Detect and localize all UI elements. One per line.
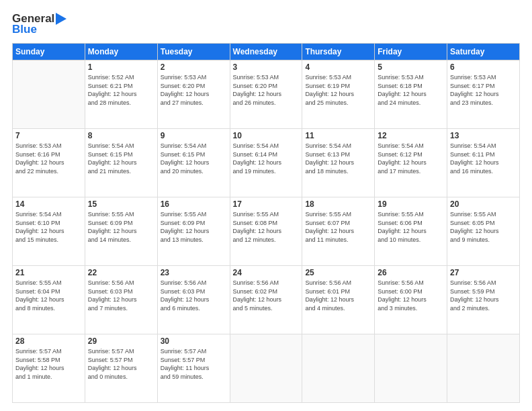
day-number: 11 xyxy=(305,131,371,140)
day-number: 10 xyxy=(233,131,300,140)
day-number: 27 xyxy=(450,268,517,277)
weekday-header-saturday: Saturday xyxy=(447,44,520,60)
day-number: 7 xyxy=(15,131,82,140)
day-number: 19 xyxy=(378,199,444,209)
weekday-header-thursday: Thursday xyxy=(302,44,375,60)
logo-blue-text: Blue xyxy=(12,23,37,36)
logo-flag-icon xyxy=(54,13,68,25)
calendar-cell: 30Sunrise: 5:57 AM Sunset: 5:57 PM Dayli… xyxy=(157,334,230,403)
calendar-cell: 10Sunrise: 5:54 AM Sunset: 6:14 PM Dayli… xyxy=(230,129,302,197)
calendar-cell xyxy=(375,334,447,403)
weekday-header-friday: Friday xyxy=(375,44,447,60)
calendar-cell: 2Sunrise: 5:53 AM Sunset: 6:20 PM Daylig… xyxy=(157,60,230,129)
day-info: Sunrise: 5:56 AM Sunset: 6:03 PM Dayligh… xyxy=(161,279,227,312)
day-number: 20 xyxy=(450,199,517,209)
day-info: Sunrise: 5:53 AM Sunset: 6:16 PM Dayligh… xyxy=(15,142,82,175)
calendar-cell: 27Sunrise: 5:56 AM Sunset: 5:59 PM Dayli… xyxy=(447,266,520,334)
day-info: Sunrise: 5:56 AM Sunset: 6:03 PM Dayligh… xyxy=(88,279,154,312)
calendar-cell: 13Sunrise: 5:54 AM Sunset: 6:11 PM Dayli… xyxy=(447,129,520,197)
day-info: Sunrise: 5:56 AM Sunset: 5:59 PM Dayligh… xyxy=(450,279,517,312)
calendar-cell xyxy=(302,334,375,403)
calendar-week-1: 7Sunrise: 5:53 AM Sunset: 6:16 PM Daylig… xyxy=(13,129,520,197)
calendar-cell: 15Sunrise: 5:55 AM Sunset: 6:09 PM Dayli… xyxy=(85,197,157,266)
day-number: 18 xyxy=(305,199,371,209)
weekday-header-monday: Monday xyxy=(85,44,157,60)
weekday-header-sunday: Sunday xyxy=(13,44,85,60)
day-info: Sunrise: 5:55 AM Sunset: 6:06 PM Dayligh… xyxy=(378,210,444,244)
day-info: Sunrise: 5:54 AM Sunset: 6:11 PM Dayligh… xyxy=(450,142,517,175)
day-number: 26 xyxy=(378,268,444,277)
calendar-cell: 4Sunrise: 5:53 AM Sunset: 6:19 PM Daylig… xyxy=(302,60,375,129)
day-number: 17 xyxy=(233,199,300,209)
day-number: 1 xyxy=(88,62,154,72)
day-number: 4 xyxy=(305,62,371,72)
calendar-cell: 16Sunrise: 5:55 AM Sunset: 6:09 PM Dayli… xyxy=(157,197,230,266)
calendar-table: SundayMondayTuesdayWednesdayThursdayFrid… xyxy=(12,43,520,403)
day-info: Sunrise: 5:54 AM Sunset: 6:15 PM Dayligh… xyxy=(161,142,227,175)
day-info: Sunrise: 5:54 AM Sunset: 6:14 PM Dayligh… xyxy=(233,142,300,175)
day-info: Sunrise: 5:56 AM Sunset: 6:02 PM Dayligh… xyxy=(233,279,300,312)
day-info: Sunrise: 5:54 AM Sunset: 6:13 PM Dayligh… xyxy=(305,142,371,175)
header: General Blue xyxy=(12,12,520,36)
day-info: Sunrise: 5:55 AM Sunset: 6:08 PM Dayligh… xyxy=(233,210,300,244)
calendar-cell: 12Sunrise: 5:54 AM Sunset: 6:12 PM Dayli… xyxy=(375,129,447,197)
calendar-cell: 5Sunrise: 5:53 AM Sunset: 6:18 PM Daylig… xyxy=(375,60,447,129)
calendar-cell xyxy=(447,334,520,403)
calendar-cell: 11Sunrise: 5:54 AM Sunset: 6:13 PM Dayli… xyxy=(302,129,375,197)
day-info: Sunrise: 5:55 AM Sunset: 6:09 PM Dayligh… xyxy=(88,210,154,244)
day-info: Sunrise: 5:54 AM Sunset: 6:10 PM Dayligh… xyxy=(15,210,82,244)
calendar-cell: 3Sunrise: 5:53 AM Sunset: 6:20 PM Daylig… xyxy=(230,60,302,129)
day-number: 3 xyxy=(233,62,300,72)
day-info: Sunrise: 5:57 AM Sunset: 5:58 PM Dayligh… xyxy=(15,347,82,381)
day-number: 6 xyxy=(450,62,517,72)
day-info: Sunrise: 5:56 AM Sunset: 6:00 PM Dayligh… xyxy=(378,279,444,312)
calendar-cell: 24Sunrise: 5:56 AM Sunset: 6:02 PM Dayli… xyxy=(230,266,302,334)
calendar-cell: 8Sunrise: 5:54 AM Sunset: 6:15 PM Daylig… xyxy=(85,129,157,197)
svg-marker-0 xyxy=(56,13,66,25)
day-info: Sunrise: 5:53 AM Sunset: 6:18 PM Dayligh… xyxy=(378,73,444,107)
calendar-cell: 28Sunrise: 5:57 AM Sunset: 5:58 PM Dayli… xyxy=(13,334,85,403)
calendar-cell: 18Sunrise: 5:55 AM Sunset: 6:07 PM Dayli… xyxy=(302,197,375,266)
calendar-week-2: 14Sunrise: 5:54 AM Sunset: 6:10 PM Dayli… xyxy=(13,197,520,266)
day-number: 25 xyxy=(305,268,371,277)
calendar-week-3: 21Sunrise: 5:55 AM Sunset: 6:04 PM Dayli… xyxy=(13,266,520,334)
calendar-cell: 20Sunrise: 5:55 AM Sunset: 6:05 PM Dayli… xyxy=(447,197,520,266)
day-number: 9 xyxy=(161,131,227,140)
day-info: Sunrise: 5:52 AM Sunset: 6:21 PM Dayligh… xyxy=(88,73,154,107)
day-number: 21 xyxy=(15,268,82,277)
weekday-header-tuesday: Tuesday xyxy=(157,44,230,60)
calendar-cell: 19Sunrise: 5:55 AM Sunset: 6:06 PM Dayli… xyxy=(375,197,447,266)
calendar-cell: 14Sunrise: 5:54 AM Sunset: 6:10 PM Dayli… xyxy=(13,197,85,266)
calendar-week-0: 1Sunrise: 5:52 AM Sunset: 6:21 PM Daylig… xyxy=(13,60,520,129)
day-info: Sunrise: 5:53 AM Sunset: 6:17 PM Dayligh… xyxy=(450,73,517,107)
day-number: 28 xyxy=(15,336,82,346)
day-info: Sunrise: 5:56 AM Sunset: 6:01 PM Dayligh… xyxy=(305,279,371,312)
day-info: Sunrise: 5:57 AM Sunset: 5:57 PM Dayligh… xyxy=(161,347,227,381)
day-info: Sunrise: 5:54 AM Sunset: 6:12 PM Dayligh… xyxy=(378,142,444,175)
day-number: 24 xyxy=(233,268,300,277)
day-info: Sunrise: 5:55 AM Sunset: 6:05 PM Dayligh… xyxy=(450,210,517,244)
calendar-cell: 1Sunrise: 5:52 AM Sunset: 6:21 PM Daylig… xyxy=(85,60,157,129)
calendar-cell xyxy=(13,60,85,129)
day-number: 15 xyxy=(88,199,154,209)
calendar-cell: 17Sunrise: 5:55 AM Sunset: 6:08 PM Dayli… xyxy=(230,197,302,266)
calendar-cell: 23Sunrise: 5:56 AM Sunset: 6:03 PM Dayli… xyxy=(157,266,230,334)
day-number: 30 xyxy=(161,336,227,346)
logo: General Blue xyxy=(12,12,68,36)
calendar-cell: 9Sunrise: 5:54 AM Sunset: 6:15 PM Daylig… xyxy=(157,129,230,197)
day-number: 5 xyxy=(378,62,444,72)
weekday-header-wednesday: Wednesday xyxy=(230,44,302,60)
day-info: Sunrise: 5:55 AM Sunset: 6:07 PM Dayligh… xyxy=(305,210,371,244)
day-info: Sunrise: 5:55 AM Sunset: 6:09 PM Dayligh… xyxy=(161,210,227,244)
calendar-week-4: 28Sunrise: 5:57 AM Sunset: 5:58 PM Dayli… xyxy=(13,334,520,403)
day-info: Sunrise: 5:55 AM Sunset: 6:04 PM Dayligh… xyxy=(15,279,82,312)
calendar-cell: 21Sunrise: 5:55 AM Sunset: 6:04 PM Dayli… xyxy=(13,266,85,334)
weekday-header-row: SundayMondayTuesdayWednesdayThursdayFrid… xyxy=(13,44,520,60)
day-number: 2 xyxy=(161,62,227,72)
day-number: 16 xyxy=(161,199,227,209)
day-number: 8 xyxy=(88,131,154,140)
calendar-cell: 29Sunrise: 5:57 AM Sunset: 5:57 PM Dayli… xyxy=(85,334,157,403)
day-info: Sunrise: 5:54 AM Sunset: 6:15 PM Dayligh… xyxy=(88,142,154,175)
day-number: 13 xyxy=(450,131,517,140)
day-number: 12 xyxy=(378,131,444,140)
